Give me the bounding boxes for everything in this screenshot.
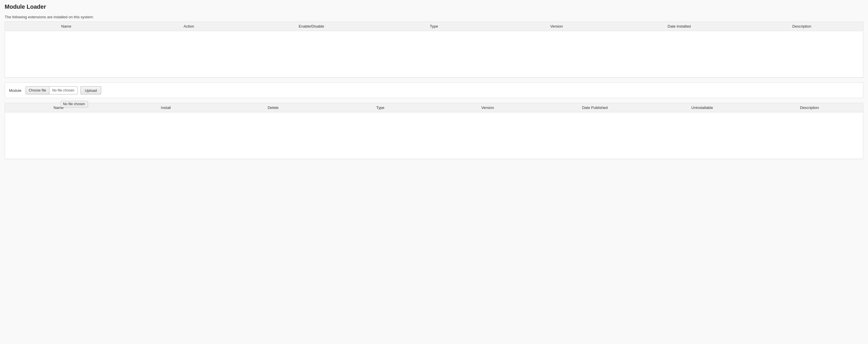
- installed-col-enable-disable: Enable/Disable: [250, 22, 373, 31]
- available-col-name: Name: [5, 103, 112, 113]
- page-subtitle: The following extensions are installed o…: [5, 15, 863, 19]
- installed-extensions-table: Name Action Enable/Disable Type Version …: [5, 22, 863, 78]
- available-col-description: Description: [756, 103, 863, 113]
- installed-col-action: Action: [128, 22, 250, 31]
- page-title: Module Loader: [5, 3, 863, 10]
- choose-file-button[interactable]: Choose file: [26, 87, 50, 94]
- available-col-uninstallable: Uninstallable: [649, 103, 756, 113]
- installed-col-date-installed: Date Installed: [618, 22, 741, 31]
- no-file-label: No file chosen: [50, 87, 77, 94]
- available-col-version: Version: [434, 103, 541, 113]
- available-col-date-published: Date Published: [541, 103, 649, 113]
- upload-button[interactable]: Upload: [81, 86, 101, 94]
- available-col-install: Install: [112, 103, 219, 113]
- no-file-tooltip: No file chosen: [60, 101, 88, 107]
- installed-col-name: Name: [5, 22, 128, 31]
- installed-col-description: Description: [740, 22, 863, 31]
- available-col-type: Type: [327, 103, 434, 113]
- installed-col-type: Type: [373, 22, 495, 31]
- available-table-header-row: Name Install Delete Type Version Date Pu…: [5, 103, 863, 113]
- installed-table-header-row: Name Action Enable/Disable Type Version …: [5, 22, 863, 31]
- installed-table-empty: [5, 31, 863, 77]
- module-label: Module: [9, 88, 22, 93]
- upload-section: Module Choose file No file chosen No fil…: [5, 83, 863, 98]
- file-input-display: Choose file No file chosen: [26, 86, 78, 94]
- file-input-wrapper: Choose file No file chosen No file chose…: [26, 86, 78, 94]
- available-table-empty: [5, 113, 863, 159]
- installed-col-version: Version: [495, 22, 618, 31]
- available-col-delete: Delete: [219, 103, 327, 113]
- available-modules-table: Name Install Delete Type Version Date Pu…: [5, 103, 863, 159]
